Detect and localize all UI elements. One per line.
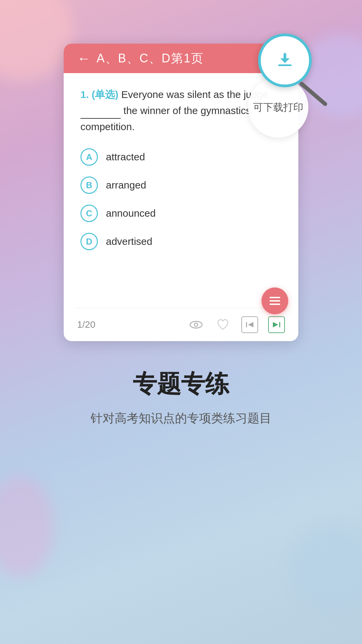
question-blank [80,118,121,119]
magnifier-handle-svg [298,80,332,107]
svg-marker-16 [273,322,278,327]
option-d[interactable]: D advertised [80,233,282,250]
fab-line-3 [269,304,280,305]
option-d-text: advertised [106,236,152,247]
svg-rect-13 [246,322,247,327]
header-left: ← A、B、C、D第1页 [77,50,204,67]
heart-button[interactable] [215,316,231,333]
svg-line-3 [302,84,325,104]
svg-rect-0 [278,64,292,66]
question-number: 1. [80,89,89,100]
quiz-card-wrapper: 可下载打印 ← A、B、C、D第1页 [64,44,298,341]
decorative-blob-top-left [0,0,74,80]
prev-button[interactable] [241,316,258,333]
heart-icon [217,319,229,330]
prev-icon [245,320,255,330]
fab-line-1 [269,297,280,298]
svg-marker-14 [248,322,253,327]
svg-point-12 [194,323,198,326]
decorative-blob-bottom-right [292,527,362,610]
back-button[interactable]: ← [77,52,90,65]
question-type: (单选) [92,89,118,100]
option-d-circle: D [80,233,98,250]
fab-line-2 [269,300,280,302]
question-text-after: the winner of the gymnastics competition… [80,105,251,132]
footer-actions [188,316,285,333]
feature-subtitle: 针对高考知识点的专项类练习题目 [90,410,272,427]
option-b-circle: B [80,176,98,194]
option-c-circle: C [80,205,98,222]
download-magnifier-popup [258,34,325,101]
bottom-section: 专题专练 针对高考知识点的专项类练习题目 [77,368,285,427]
next-button[interactable] [268,316,285,333]
option-c[interactable]: C announced [80,205,282,222]
magnifier-circle [258,34,312,87]
option-b[interactable]: B arranged [80,176,282,194]
svg-point-11 [190,321,202,328]
download-icon [275,50,295,70]
option-a-text: attracted [106,151,145,163]
option-a[interactable]: A attracted [80,148,282,166]
feature-title: 专题专练 [90,368,272,400]
option-a-circle: A [80,148,98,166]
option-b-text: arranged [106,179,146,191]
question-text-before: Everyone was silent as the judge [121,89,268,100]
svg-marker-2 [280,58,290,63]
eye-button[interactable] [188,316,204,333]
next-icon [272,320,282,330]
header-title: A、B、C、D第1页 [97,50,204,67]
decorative-blob-bottom-left [0,476,54,577]
option-c-text: announced [106,208,156,219]
fab-menu-button[interactable] [261,287,288,314]
page-indicator: 1/20 [77,319,96,330]
card-footer: 1/20 [64,308,298,341]
options-list: A attracted B arranged C announced [80,148,282,250]
svg-rect-15 [279,322,280,327]
eye-icon [189,320,203,330]
